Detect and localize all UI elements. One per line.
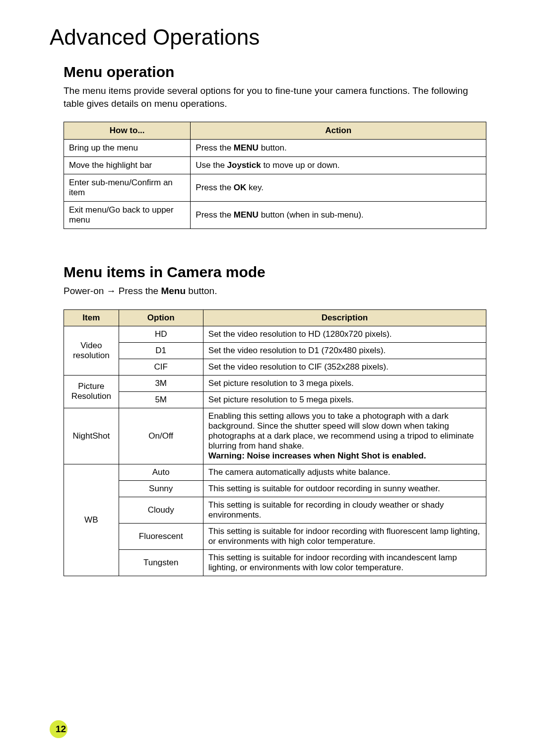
cell-howto: Enter sub-menu/Confirm an item [64, 174, 191, 202]
cell-item-video-resolution: Video resolution [64, 326, 119, 375]
col-item: Item [64, 309, 119, 326]
cell-howto: Exit menu/Go back to upper menu [64, 202, 191, 229]
cell-description: This setting is suitable for indoor reco… [203, 549, 486, 576]
table-row: D1 Set the video resolution to D1 (720x4… [64, 342, 486, 359]
cell-description: Enabling this setting allows you to take… [203, 408, 486, 464]
section1-intro: The menu items provide several options f… [64, 84, 486, 110]
table-row: Tungsten This setting is suitable for in… [64, 549, 486, 576]
table-row: Cloudy This setting is suitable for reco… [64, 497, 486, 523]
section-heading-camera-mode: Menu items in Camera mode [64, 264, 486, 281]
table-header-row: How to... Action [64, 122, 486, 140]
section2-intro: Power-on → Press the Menu button. [64, 285, 486, 298]
table-row: Sunny This setting is suitable for outdo… [64, 480, 486, 497]
col-action: Action [191, 122, 486, 140]
table-header-row: Item Option Description [64, 309, 486, 326]
cell-action: Use the Joystick to move up or down. [191, 157, 486, 174]
cell-option: 3M [119, 375, 203, 391]
table-row: Exit menu/Go back to upper menu Press th… [64, 202, 486, 229]
menu-operation-table: How to... Action Bring up the menu Press… [64, 122, 486, 229]
cell-action: Press the MENU button (when in sub-menu)… [191, 202, 486, 229]
table-row: Picture Resolution 3M Set picture resolu… [64, 375, 486, 391]
table-row: Enter sub-menu/Confirm an item Press the… [64, 174, 486, 202]
cell-option: Sunny [119, 480, 203, 497]
cell-item-wb: WB [64, 464, 119, 576]
cell-option: 5M [119, 391, 203, 408]
cell-description: Set the video resolution to CIF (352x288… [203, 359, 486, 375]
cell-option: HD [119, 326, 203, 342]
cell-item-nightshot: NightShot [64, 408, 119, 464]
page-number-value: 12 [56, 724, 66, 735]
cell-option: Fluorescent [119, 523, 203, 549]
cell-item-picture-resolution: Picture Resolution [64, 375, 119, 408]
cell-option: CIF [119, 359, 203, 375]
cell-description: Set the video resolution to HD (1280x720… [203, 326, 486, 342]
cell-action: Press the MENU button. [191, 140, 486, 157]
table-row: WB Auto The camera automatically adjusts… [64, 464, 486, 480]
cell-description: Set the video resolution to D1 (720x480 … [203, 342, 486, 359]
cell-action: Press the OK key. [191, 174, 486, 202]
cell-option: Auto [119, 464, 203, 480]
camera-mode-table: Item Option Description Video resolution… [64, 309, 486, 576]
page-title: Advanced Operations [50, 25, 486, 50]
col-description: Description [203, 309, 486, 326]
col-option: Option [119, 309, 203, 326]
table-row: Move the highlight bar Use the Joystick … [64, 157, 486, 174]
cell-description: This setting is suitable for outdoor rec… [203, 480, 486, 497]
table-row: Fluorescent This setting is suitable for… [64, 523, 486, 549]
manual-page: Advanced Operations Menu operation The m… [0, 0, 536, 756]
cell-option: D1 [119, 342, 203, 359]
cell-option: Tungsten [119, 549, 203, 576]
table-row: Bring up the menu Press the MENU button. [64, 140, 486, 157]
cell-howto: Move the highlight bar [64, 157, 191, 174]
page-number: 12 [50, 720, 66, 738]
table-row: CIF Set the video resolution to CIF (352… [64, 359, 486, 375]
col-howto: How to... [64, 122, 191, 140]
table-row: NightShot On/Off Enabling this setting a… [64, 408, 486, 464]
cell-howto: Bring up the menu [64, 140, 191, 157]
table-row: 5M Set picture resolution to 5 mega pixe… [64, 391, 486, 408]
cell-option: On/Off [119, 408, 203, 464]
cell-option: Cloudy [119, 497, 203, 523]
cell-description: Set picture resolution to 3 mega pixels. [203, 375, 486, 391]
section-heading-menu-operation: Menu operation [64, 64, 486, 80]
cell-description: The camera automatically adjusts white b… [203, 464, 486, 480]
cell-description: Set picture resolution to 5 mega pixels. [203, 391, 486, 408]
cell-description: This setting is suitable for recording i… [203, 497, 486, 523]
cell-description: This setting is suitable for indoor reco… [203, 523, 486, 549]
table-row: Video resolution HD Set the video resolu… [64, 326, 486, 342]
